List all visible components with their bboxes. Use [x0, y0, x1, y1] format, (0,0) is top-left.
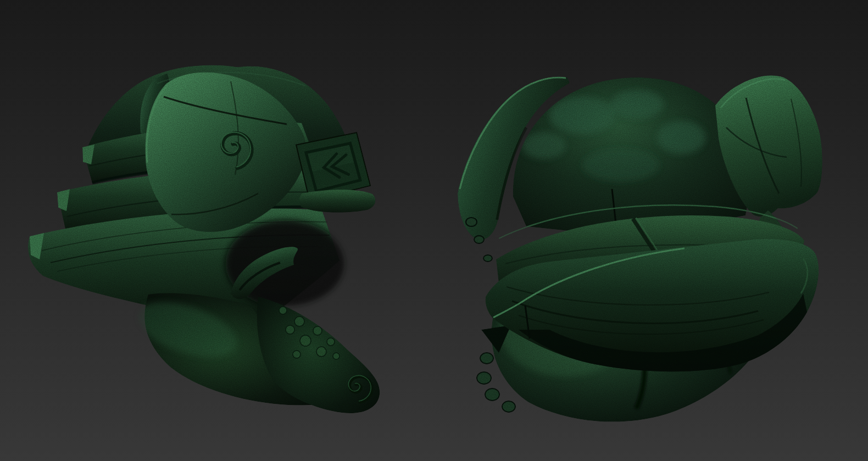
sculpt-viewport-canvas[interactable] [0, 0, 868, 461]
crest-ledge [299, 190, 375, 212]
viewport-render [0, 0, 868, 461]
